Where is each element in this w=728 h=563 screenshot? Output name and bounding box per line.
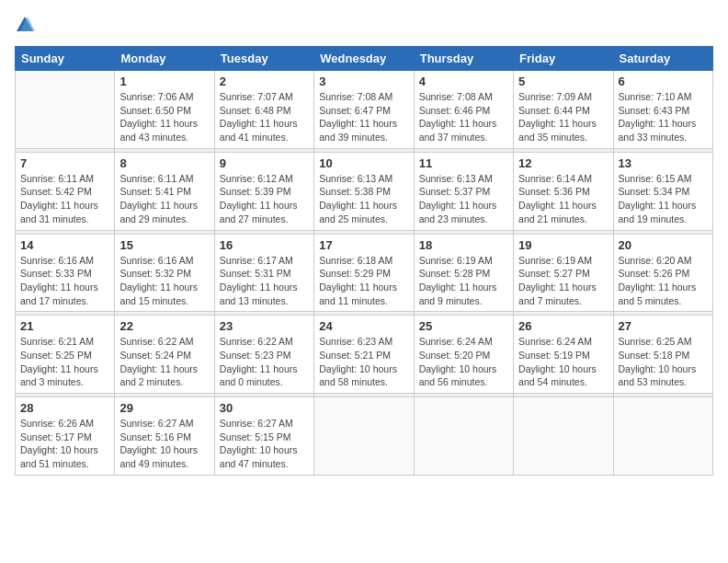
- day-info: Sunrise: 6:19 AMSunset: 5:27 PMDaylight:…: [518, 254, 608, 308]
- day-header-tuesday: Tuesday: [214, 47, 313, 71]
- day-header-wednesday: Wednesday: [314, 47, 414, 71]
- day-info: Sunrise: 6:12 AMSunset: 5:39 PMDaylight:…: [220, 172, 309, 226]
- calendar-cell: 14Sunrise: 6:16 AMSunset: 5:33 PMDayligh…: [16, 234, 115, 312]
- calendar-week-row: 7Sunrise: 6:11 AMSunset: 5:42 PMDaylight…: [16, 152, 713, 230]
- day-info: Sunrise: 6:16 AMSunset: 5:33 PMDaylight:…: [20, 254, 109, 308]
- day-header-sunday: Sunday: [16, 47, 115, 71]
- day-number: 27: [619, 319, 708, 333]
- calendar-cell: 15Sunrise: 6:16 AMSunset: 5:32 PMDayligh…: [115, 234, 214, 312]
- day-number: 2: [220, 75, 309, 88]
- calendar-cell: [514, 397, 613, 476]
- day-info: Sunrise: 6:15 AMSunset: 5:34 PMDaylight:…: [619, 172, 708, 226]
- day-number: 23: [220, 319, 309, 333]
- day-info: Sunrise: 7:10 AMSunset: 6:43 PMDaylight:…: [619, 90, 708, 144]
- day-info: Sunrise: 6:13 AMSunset: 5:37 PMDaylight:…: [419, 172, 508, 226]
- page-header: [15, 15, 713, 39]
- day-number: 19: [518, 238, 608, 252]
- calendar-cell: 2Sunrise: 7:07 AMSunset: 6:48 PMDaylight…: [214, 71, 313, 149]
- day-number: 13: [619, 156, 708, 170]
- calendar-cell: 4Sunrise: 7:08 AMSunset: 6:46 PMDaylight…: [414, 71, 513, 149]
- day-number: 20: [619, 238, 708, 252]
- day-number: 14: [20, 238, 109, 252]
- calendar-cell: 19Sunrise: 6:19 AMSunset: 5:27 PMDayligh…: [514, 234, 613, 312]
- day-number: 3: [319, 75, 408, 88]
- day-info: Sunrise: 6:24 AMSunset: 5:20 PMDaylight:…: [419, 335, 508, 389]
- day-info: Sunrise: 6:22 AMSunset: 5:24 PMDaylight:…: [119, 335, 209, 389]
- day-info: Sunrise: 6:16 AMSunset: 5:32 PMDaylight:…: [119, 254, 209, 308]
- day-number: 5: [518, 75, 608, 88]
- calendar-week-row: 1Sunrise: 7:06 AMSunset: 6:50 PMDaylight…: [16, 71, 713, 149]
- calendar-week-row: 28Sunrise: 6:26 AMSunset: 5:17 PMDayligh…: [16, 397, 713, 476]
- calendar-cell: 24Sunrise: 6:23 AMSunset: 5:21 PMDayligh…: [314, 316, 414, 394]
- calendar-cell: 30Sunrise: 6:27 AMSunset: 5:15 PMDayligh…: [214, 397, 313, 476]
- day-info: Sunrise: 6:13 AMSunset: 5:38 PMDaylight:…: [319, 172, 408, 226]
- day-number: 6: [619, 75, 708, 88]
- day-info: Sunrise: 6:18 AMSunset: 5:29 PMDaylight:…: [319, 254, 408, 308]
- day-info: Sunrise: 7:06 AMSunset: 6:50 PMDaylight:…: [119, 90, 209, 144]
- calendar-cell: 16Sunrise: 6:17 AMSunset: 5:31 PMDayligh…: [214, 234, 313, 312]
- calendar-cell: 5Sunrise: 7:09 AMSunset: 6:44 PMDaylight…: [514, 71, 613, 149]
- day-info: Sunrise: 6:19 AMSunset: 5:28 PMDaylight:…: [419, 254, 508, 308]
- day-header-thursday: Thursday: [414, 47, 513, 71]
- calendar-cell: 21Sunrise: 6:21 AMSunset: 5:25 PMDayligh…: [16, 316, 115, 394]
- day-number: 21: [20, 319, 109, 333]
- day-number: 30: [220, 401, 309, 415]
- day-info: Sunrise: 6:21 AMSunset: 5:25 PMDaylight:…: [20, 335, 109, 389]
- day-info: Sunrise: 6:26 AMSunset: 5:17 PMDaylight:…: [20, 417, 109, 471]
- calendar-cell: [314, 397, 414, 476]
- calendar-cell: 13Sunrise: 6:15 AMSunset: 5:34 PMDayligh…: [613, 152, 712, 230]
- day-number: 24: [319, 319, 408, 333]
- calendar-cell: [613, 397, 712, 476]
- day-info: Sunrise: 6:23 AMSunset: 5:21 PMDaylight:…: [319, 335, 408, 389]
- day-info: Sunrise: 6:11 AMSunset: 5:42 PMDaylight:…: [20, 172, 109, 226]
- day-info: Sunrise: 6:14 AMSunset: 5:36 PMDaylight:…: [518, 172, 608, 226]
- calendar-cell: 22Sunrise: 6:22 AMSunset: 5:24 PMDayligh…: [115, 316, 214, 394]
- day-number: 8: [119, 156, 209, 170]
- calendar-cell: 6Sunrise: 7:10 AMSunset: 6:43 PMDaylight…: [613, 71, 712, 149]
- calendar-week-row: 14Sunrise: 6:16 AMSunset: 5:33 PMDayligh…: [16, 234, 713, 312]
- day-number: 29: [119, 401, 209, 415]
- calendar-cell: 17Sunrise: 6:18 AMSunset: 5:29 PMDayligh…: [314, 234, 414, 312]
- calendar-cell: 27Sunrise: 6:25 AMSunset: 5:18 PMDayligh…: [613, 316, 712, 394]
- day-header-monday: Monday: [115, 47, 214, 71]
- day-info: Sunrise: 7:08 AMSunset: 6:47 PMDaylight:…: [319, 90, 408, 144]
- day-info: Sunrise: 6:11 AMSunset: 5:41 PMDaylight:…: [119, 172, 209, 226]
- day-number: 16: [220, 238, 309, 252]
- day-number: 25: [419, 319, 508, 333]
- day-info: Sunrise: 6:25 AMSunset: 5:18 PMDaylight:…: [619, 335, 708, 389]
- day-number: 1: [119, 75, 209, 88]
- day-number: 22: [119, 319, 209, 333]
- calendar-cell: 7Sunrise: 6:11 AMSunset: 5:42 PMDaylight…: [16, 152, 115, 230]
- day-info: Sunrise: 6:27 AMSunset: 5:15 PMDaylight:…: [220, 417, 309, 471]
- calendar-cell: [16, 71, 115, 149]
- day-number: 17: [319, 238, 408, 252]
- calendar-cell: 10Sunrise: 6:13 AMSunset: 5:38 PMDayligh…: [314, 152, 414, 230]
- logo-icon: [15, 15, 35, 39]
- day-info: Sunrise: 7:07 AMSunset: 6:48 PMDaylight:…: [220, 90, 309, 144]
- logo: [15, 15, 39, 39]
- calendar-cell: 3Sunrise: 7:08 AMSunset: 6:47 PMDaylight…: [314, 71, 414, 149]
- calendar-cell: 18Sunrise: 6:19 AMSunset: 5:28 PMDayligh…: [414, 234, 513, 312]
- day-info: Sunrise: 6:24 AMSunset: 5:19 PMDaylight:…: [518, 335, 608, 389]
- calendar-cell: 9Sunrise: 6:12 AMSunset: 5:39 PMDaylight…: [214, 152, 313, 230]
- calendar-cell: 11Sunrise: 6:13 AMSunset: 5:37 PMDayligh…: [414, 152, 513, 230]
- calendar-cell: [414, 397, 513, 476]
- calendar-cell: 20Sunrise: 6:20 AMSunset: 5:26 PMDayligh…: [613, 234, 712, 312]
- day-number: 10: [319, 156, 408, 170]
- calendar-header-row: SundayMondayTuesdayWednesdayThursdayFrid…: [16, 47, 713, 71]
- day-info: Sunrise: 6:22 AMSunset: 5:23 PMDaylight:…: [220, 335, 309, 389]
- day-number: 9: [220, 156, 309, 170]
- calendar-cell: 26Sunrise: 6:24 AMSunset: 5:19 PMDayligh…: [514, 316, 613, 394]
- calendar-cell: 28Sunrise: 6:26 AMSunset: 5:17 PMDayligh…: [16, 397, 115, 476]
- day-info: Sunrise: 7:08 AMSunset: 6:46 PMDaylight:…: [419, 90, 508, 144]
- calendar-table: SundayMondayTuesdayWednesdayThursdayFrid…: [15, 46, 713, 476]
- calendar-cell: 25Sunrise: 6:24 AMSunset: 5:20 PMDayligh…: [414, 316, 513, 394]
- day-header-saturday: Saturday: [613, 47, 712, 71]
- day-number: 4: [419, 75, 508, 88]
- day-number: 7: [20, 156, 109, 170]
- day-number: 11: [419, 156, 508, 170]
- day-number: 12: [518, 156, 608, 170]
- calendar-cell: 12Sunrise: 6:14 AMSunset: 5:36 PMDayligh…: [514, 152, 613, 230]
- day-number: 15: [119, 238, 209, 252]
- day-header-friday: Friday: [514, 47, 613, 71]
